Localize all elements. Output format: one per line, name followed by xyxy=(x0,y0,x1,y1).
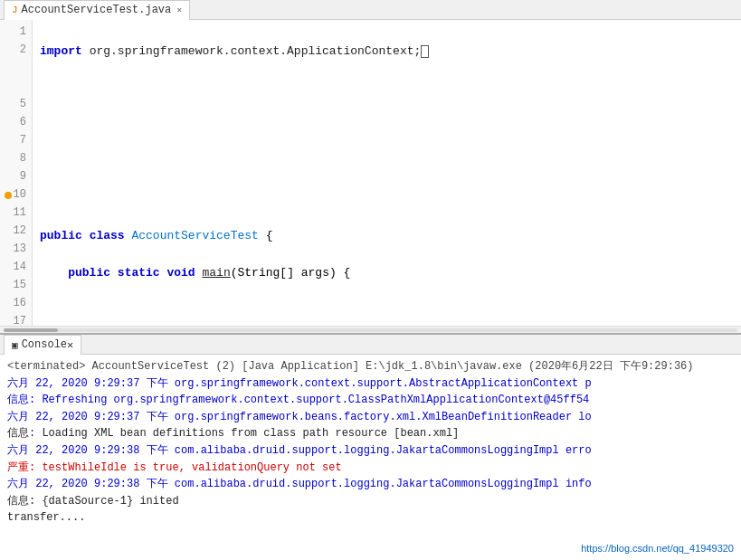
console-line-5: 六月 22, 2020 9:29:38 下午 com.alibaba.druid… xyxy=(7,442,734,460)
line-num-7: 7 xyxy=(4,132,26,150)
line-num-9: 9 xyxy=(4,168,26,186)
line-num-13: 13 xyxy=(4,241,26,259)
console-tab-icon: ▣ xyxy=(12,339,18,351)
bookmark-icon xyxy=(5,192,12,199)
editor-tab[interactable]: J AccountServiceTest.java ✕ xyxy=(4,0,190,20)
editor-tab-label: AccountServiceTest.java xyxy=(22,4,172,16)
console-tab-bar: ▣ Console ✕ xyxy=(0,335,741,355)
line-num-16: 16 xyxy=(4,295,26,313)
editor-content-area: 1 2 5 6 7 8 9 10 11 12 13 14 15 16 17 18… xyxy=(0,20,741,326)
line-num-12: 12 xyxy=(4,223,26,241)
console-line-8: 信息: {dataSource-1} inited xyxy=(7,493,734,510)
line-num-10: 10 xyxy=(4,186,26,204)
editor-scrollbar-track xyxy=(4,328,737,332)
console-line-9: transfer.... xyxy=(7,509,734,527)
console-terminated-line: <terminated> AccountServiceTest (2) [Jav… xyxy=(7,358,734,375)
console-output[interactable]: <terminated> AccountServiceTest (2) [Jav… xyxy=(0,355,741,560)
editor-tab-icon: J xyxy=(12,5,18,15)
line-num-17: 17 xyxy=(4,313,26,326)
code-line-1: import org.springframework.context.Appli… xyxy=(40,43,734,61)
code-line-6: public class AccountServiceTest { xyxy=(40,227,734,245)
editor-tab-bar: J AccountServiceTest.java ✕ xyxy=(0,0,741,20)
line-num-1: 1 xyxy=(4,24,26,42)
console-line-6: 严重: testWhileIdle is true, validationQue… xyxy=(7,460,734,477)
line-num-3 xyxy=(4,60,26,78)
editor-scrollbar[interactable] xyxy=(0,326,741,333)
console-line-4: 信息: Loading XML bean definitions from cl… xyxy=(7,425,734,442)
code-editor[interactable]: import org.springframework.context.Appli… xyxy=(33,20,741,326)
console-line-1: 六月 22, 2020 9:29:37 下午 org.springframewo… xyxy=(7,375,734,393)
code-line-5 xyxy=(40,190,734,208)
line-num-15: 15 xyxy=(4,277,26,295)
console-tab-label: Console xyxy=(22,338,67,351)
line-numbers: 1 2 5 6 7 8 9 10 11 12 13 14 15 16 17 18 xyxy=(0,20,33,326)
code-line-8 xyxy=(40,300,734,318)
code-line-4 xyxy=(40,153,734,171)
line-num-4 xyxy=(4,78,26,96)
console-line-3: 六月 22, 2020 9:29:37 下午 org.springframewo… xyxy=(7,409,734,426)
editor-scrollbar-thumb xyxy=(4,328,58,332)
editor-panel: J AccountServiceTest.java ✕ 1 2 5 6 7 8 … xyxy=(0,0,741,335)
console-tab-close-icon[interactable]: ✕ xyxy=(67,338,73,352)
editor-tab-close-icon[interactable]: ✕ xyxy=(176,5,182,15)
console-tab[interactable]: ▣ Console ✕ xyxy=(4,335,81,355)
code-line-2 xyxy=(40,80,734,98)
console-line-7: 六月 22, 2020 9:29:38 下午 com.alibaba.druid… xyxy=(7,476,734,493)
line-num-14: 14 xyxy=(4,259,26,277)
line-num-8: 8 xyxy=(4,150,26,168)
watermark-link[interactable]: https://blog.csdn.net/qq_41949320 xyxy=(581,541,734,556)
line-num-11: 11 xyxy=(4,204,26,223)
console-line-2: 信息: Refreshing org.springframework.conte… xyxy=(7,392,734,409)
console-panel: ▣ Console ✕ <terminated> AccountServiceT… xyxy=(0,335,741,560)
code-line-7: public static void main(String[] args) { xyxy=(40,264,734,282)
line-num-2: 2 xyxy=(4,42,26,60)
line-num-6: 6 xyxy=(4,114,26,132)
line-num-5: 5 xyxy=(4,96,26,114)
code-line-3 xyxy=(40,116,734,134)
